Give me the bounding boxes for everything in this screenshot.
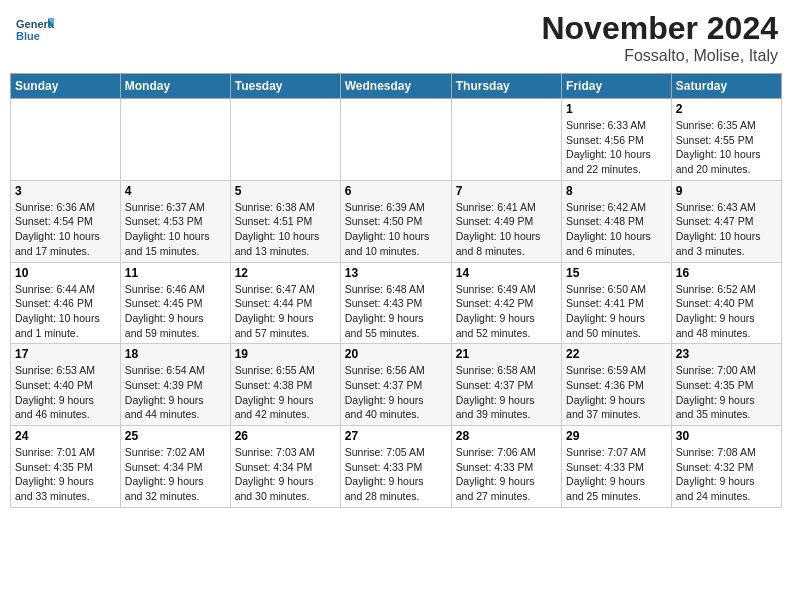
calendar-cell <box>11 99 121 181</box>
weekday-header: Monday <box>120 74 230 99</box>
weekday-header: Saturday <box>671 74 781 99</box>
day-number: 15 <box>566 266 667 280</box>
day-number: 6 <box>345 184 447 198</box>
weekday-header: Tuesday <box>230 74 340 99</box>
day-number: 7 <box>456 184 557 198</box>
day-number: 2 <box>676 102 777 116</box>
day-number: 17 <box>15 347 116 361</box>
logo-icon: General Blue <box>14 10 54 50</box>
calendar-week-row: 10Sunrise: 6:44 AM Sunset: 4:46 PM Dayli… <box>11 262 782 344</box>
calendar-cell: 1Sunrise: 6:33 AM Sunset: 4:56 PM Daylig… <box>562 99 672 181</box>
day-info: Sunrise: 7:05 AM Sunset: 4:33 PM Dayligh… <box>345 445 447 504</box>
day-number: 25 <box>125 429 226 443</box>
day-info: Sunrise: 6:42 AM Sunset: 4:48 PM Dayligh… <box>566 200 667 259</box>
calendar-cell: 7Sunrise: 6:41 AM Sunset: 4:49 PM Daylig… <box>451 180 561 262</box>
day-number: 5 <box>235 184 336 198</box>
day-number: 11 <box>125 266 226 280</box>
calendar-cell: 10Sunrise: 6:44 AM Sunset: 4:46 PM Dayli… <box>11 262 121 344</box>
day-number: 3 <box>15 184 116 198</box>
day-number: 22 <box>566 347 667 361</box>
calendar-cell: 24Sunrise: 7:01 AM Sunset: 4:35 PM Dayli… <box>11 426 121 508</box>
weekday-header-row: SundayMondayTuesdayWednesdayThursdayFrid… <box>11 74 782 99</box>
day-info: Sunrise: 6:55 AM Sunset: 4:38 PM Dayligh… <box>235 363 336 422</box>
calendar-week-row: 1Sunrise: 6:33 AM Sunset: 4:56 PM Daylig… <box>11 99 782 181</box>
day-info: Sunrise: 6:37 AM Sunset: 4:53 PM Dayligh… <box>125 200 226 259</box>
calendar-week-row: 3Sunrise: 6:36 AM Sunset: 4:54 PM Daylig… <box>11 180 782 262</box>
day-number: 12 <box>235 266 336 280</box>
day-info: Sunrise: 6:35 AM Sunset: 4:55 PM Dayligh… <box>676 118 777 177</box>
calendar-cell: 28Sunrise: 7:06 AM Sunset: 4:33 PM Dayli… <box>451 426 561 508</box>
calendar-cell: 8Sunrise: 6:42 AM Sunset: 4:48 PM Daylig… <box>562 180 672 262</box>
day-info: Sunrise: 6:52 AM Sunset: 4:40 PM Dayligh… <box>676 282 777 341</box>
weekday-header: Sunday <box>11 74 121 99</box>
calendar-cell: 14Sunrise: 6:49 AM Sunset: 4:42 PM Dayli… <box>451 262 561 344</box>
day-info: Sunrise: 6:43 AM Sunset: 4:47 PM Dayligh… <box>676 200 777 259</box>
day-info: Sunrise: 6:44 AM Sunset: 4:46 PM Dayligh… <box>15 282 116 341</box>
day-number: 20 <box>345 347 447 361</box>
calendar-cell: 4Sunrise: 6:37 AM Sunset: 4:53 PM Daylig… <box>120 180 230 262</box>
day-number: 8 <box>566 184 667 198</box>
calendar-cell: 6Sunrise: 6:39 AM Sunset: 4:50 PM Daylig… <box>340 180 451 262</box>
calendar-title: November 2024 <box>541 10 778 47</box>
calendar-cell: 29Sunrise: 7:07 AM Sunset: 4:33 PM Dayli… <box>562 426 672 508</box>
calendar-cell <box>230 99 340 181</box>
logo: General Blue <box>14 10 58 50</box>
day-info: Sunrise: 7:00 AM Sunset: 4:35 PM Dayligh… <box>676 363 777 422</box>
calendar-cell: 19Sunrise: 6:55 AM Sunset: 4:38 PM Dayli… <box>230 344 340 426</box>
day-number: 10 <box>15 266 116 280</box>
svg-text:Blue: Blue <box>16 30 40 42</box>
day-number: 27 <box>345 429 447 443</box>
day-info: Sunrise: 7:08 AM Sunset: 4:32 PM Dayligh… <box>676 445 777 504</box>
calendar-cell: 2Sunrise: 6:35 AM Sunset: 4:55 PM Daylig… <box>671 99 781 181</box>
calendar-cell: 13Sunrise: 6:48 AM Sunset: 4:43 PM Dayli… <box>340 262 451 344</box>
day-number: 21 <box>456 347 557 361</box>
calendar-cell: 30Sunrise: 7:08 AM Sunset: 4:32 PM Dayli… <box>671 426 781 508</box>
day-info: Sunrise: 6:58 AM Sunset: 4:37 PM Dayligh… <box>456 363 557 422</box>
day-info: Sunrise: 6:38 AM Sunset: 4:51 PM Dayligh… <box>235 200 336 259</box>
day-info: Sunrise: 7:06 AM Sunset: 4:33 PM Dayligh… <box>456 445 557 504</box>
day-info: Sunrise: 6:54 AM Sunset: 4:39 PM Dayligh… <box>125 363 226 422</box>
day-number: 23 <box>676 347 777 361</box>
weekday-header: Friday <box>562 74 672 99</box>
day-number: 9 <box>676 184 777 198</box>
day-info: Sunrise: 6:47 AM Sunset: 4:44 PM Dayligh… <box>235 282 336 341</box>
day-info: Sunrise: 7:07 AM Sunset: 4:33 PM Dayligh… <box>566 445 667 504</box>
calendar-cell <box>451 99 561 181</box>
day-number: 16 <box>676 266 777 280</box>
calendar-cell: 26Sunrise: 7:03 AM Sunset: 4:34 PM Dayli… <box>230 426 340 508</box>
day-info: Sunrise: 6:49 AM Sunset: 4:42 PM Dayligh… <box>456 282 557 341</box>
day-info: Sunrise: 6:36 AM Sunset: 4:54 PM Dayligh… <box>15 200 116 259</box>
day-info: Sunrise: 7:03 AM Sunset: 4:34 PM Dayligh… <box>235 445 336 504</box>
calendar-cell: 15Sunrise: 6:50 AM Sunset: 4:41 PM Dayli… <box>562 262 672 344</box>
day-info: Sunrise: 6:46 AM Sunset: 4:45 PM Dayligh… <box>125 282 226 341</box>
calendar-cell: 20Sunrise: 6:56 AM Sunset: 4:37 PM Dayli… <box>340 344 451 426</box>
day-number: 18 <box>125 347 226 361</box>
calendar-cell: 25Sunrise: 7:02 AM Sunset: 4:34 PM Dayli… <box>120 426 230 508</box>
day-number: 19 <box>235 347 336 361</box>
page-header: General Blue November 2024 Fossalto, Mol… <box>10 10 782 65</box>
calendar-cell: 23Sunrise: 7:00 AM Sunset: 4:35 PM Dayli… <box>671 344 781 426</box>
weekday-header: Wednesday <box>340 74 451 99</box>
day-number: 30 <box>676 429 777 443</box>
calendar-cell: 16Sunrise: 6:52 AM Sunset: 4:40 PM Dayli… <box>671 262 781 344</box>
day-number: 14 <box>456 266 557 280</box>
day-number: 29 <box>566 429 667 443</box>
day-info: Sunrise: 6:50 AM Sunset: 4:41 PM Dayligh… <box>566 282 667 341</box>
calendar-cell: 21Sunrise: 6:58 AM Sunset: 4:37 PM Dayli… <box>451 344 561 426</box>
calendar-cell: 9Sunrise: 6:43 AM Sunset: 4:47 PM Daylig… <box>671 180 781 262</box>
day-number: 26 <box>235 429 336 443</box>
calendar-cell: 5Sunrise: 6:38 AM Sunset: 4:51 PM Daylig… <box>230 180 340 262</box>
calendar-cell: 27Sunrise: 7:05 AM Sunset: 4:33 PM Dayli… <box>340 426 451 508</box>
weekday-header: Thursday <box>451 74 561 99</box>
calendar-week-row: 17Sunrise: 6:53 AM Sunset: 4:40 PM Dayli… <box>11 344 782 426</box>
calendar-cell: 12Sunrise: 6:47 AM Sunset: 4:44 PM Dayli… <box>230 262 340 344</box>
calendar-subtitle: Fossalto, Molise, Italy <box>541 47 778 65</box>
day-number: 1 <box>566 102 667 116</box>
calendar-cell: 22Sunrise: 6:59 AM Sunset: 4:36 PM Dayli… <box>562 344 672 426</box>
calendar-cell <box>120 99 230 181</box>
day-number: 4 <box>125 184 226 198</box>
day-info: Sunrise: 6:56 AM Sunset: 4:37 PM Dayligh… <box>345 363 447 422</box>
calendar-table: SundayMondayTuesdayWednesdayThursdayFrid… <box>10 73 782 508</box>
calendar-cell: 3Sunrise: 6:36 AM Sunset: 4:54 PM Daylig… <box>11 180 121 262</box>
calendar-cell <box>340 99 451 181</box>
